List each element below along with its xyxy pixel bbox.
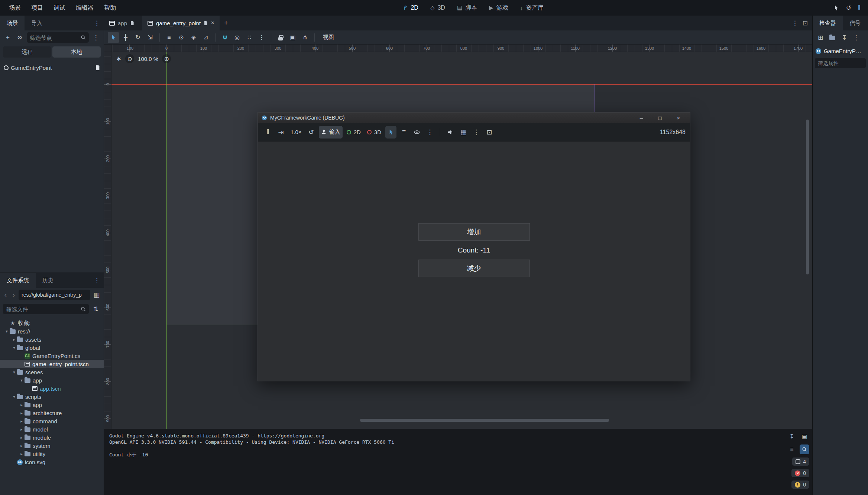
- scene-tab[interactable]: app: [104, 16, 142, 30]
- file-tree-item[interactable]: ▸ assets: [0, 335, 104, 343]
- workspace-tab[interactable]: ▶ 游戏: [483, 0, 514, 16]
- inspected-node-row[interactable]: GameEntryPoint: [813, 45, 868, 57]
- scene-node-row[interactable]: GameEntryPoint: [0, 62, 104, 73]
- zoom-level[interactable]: 100.0 %: [138, 56, 158, 62]
- script-icon[interactable]: [95, 65, 100, 71]
- expand-arrow-icon[interactable]: ▸: [19, 452, 25, 456]
- reset-time-scale-icon[interactable]: ↺: [306, 126, 317, 139]
- expand-arrow-icon[interactable]: ▸: [11, 337, 17, 342]
- menu-item[interactable]: 调试: [48, 0, 71, 16]
- expand-arrow-icon[interactable]: ▾: [11, 345, 17, 350]
- file-tree-item[interactable]: game_entry_point.tscn: [0, 360, 104, 368]
- workspace-tab[interactable]: ↱ 2D: [397, 0, 424, 16]
- pivot-tool-icon[interactable]: ⊙: [176, 32, 187, 43]
- zoom-in-icon[interactable]: ⊕: [162, 54, 171, 63]
- decrease-button[interactable]: 减少: [418, 260, 530, 277]
- menu-item[interactable]: 帮助: [99, 0, 121, 16]
- lock-selected-icon[interactable]: [275, 32, 286, 43]
- expand-arrow-icon[interactable]: ▾: [4, 329, 10, 334]
- filter-properties-input[interactable]: [818, 60, 863, 66]
- file-tree-item[interactable]: app.tscn: [0, 384, 104, 393]
- file-tree-item[interactable]: ▾ global: [0, 343, 104, 352]
- move-tool-icon[interactable]: ╋: [120, 32, 131, 43]
- expand-arrow-icon[interactable]: ▾: [11, 370, 17, 375]
- horizontal-ruler[interactable]: -100010020030040050060070080090010001100…: [111, 45, 812, 52]
- increase-button[interactable]: 增加: [418, 223, 530, 241]
- fullscreen-icon[interactable]: ⊡: [484, 126, 495, 139]
- snap-options-icon[interactable]: ⋮: [256, 32, 267, 43]
- audio-mute-icon[interactable]: [445, 126, 456, 139]
- file-tree-item[interactable]: GameEntryPoint.cs: [0, 352, 104, 360]
- scene-tree-menu-icon[interactable]: ⋮: [91, 33, 101, 42]
- resource-options-icon[interactable]: ⋮: [851, 33, 861, 42]
- filter-nodes-input[interactable]: [30, 35, 78, 41]
- expand-arrow-icon[interactable]: ▾: [19, 378, 25, 383]
- message-count-badge[interactable]: 4: [792, 457, 809, 466]
- workspace-tab[interactable]: ↓ 资产库: [514, 0, 550, 16]
- file-tree-item[interactable]: ▸ utility: [0, 450, 104, 458]
- close-tab-icon[interactable]: ×: [211, 19, 214, 27]
- suspend-icon[interactable]: ‖: [262, 126, 273, 139]
- sort-files-icon[interactable]: ⇅: [91, 304, 101, 314]
- vertical-ruler[interactable]: 0100200300400500600700800900: [104, 52, 111, 429]
- pan-tool-icon[interactable]: ◈: [188, 32, 199, 43]
- warning-count-badge[interactable]: ! 0: [791, 481, 809, 489]
- camera-options-icon[interactable]: ⋮: [424, 126, 435, 139]
- skeleton-options-icon[interactable]: ⋔: [299, 32, 311, 43]
- file-tree-item[interactable]: ▾ res://: [0, 327, 104, 335]
- dock-tab[interactable]: 信号: [843, 16, 867, 30]
- center-view-icon[interactable]: ∗: [116, 55, 122, 63]
- dock-tab[interactable]: 检查器: [813, 16, 843, 30]
- filter-log-icon[interactable]: ≡: [787, 444, 797, 454]
- more-options-icon[interactable]: ⋮: [471, 126, 482, 139]
- scale-tool-icon[interactable]: ⇲: [145, 32, 156, 43]
- save-log-icon[interactable]: ↧: [787, 432, 797, 441]
- vertical-scrollbar[interactable]: [806, 120, 809, 274]
- file-tree-item[interactable]: ▾ scripts: [0, 393, 104, 401]
- pointer-icon[interactable]: [833, 5, 839, 11]
- file-tree-item[interactable]: icon.svg: [0, 458, 104, 466]
- ruler-tool-icon[interactable]: ⊿: [200, 32, 211, 43]
- file-tree-item[interactable]: ▸ app: [0, 401, 104, 409]
- history-forward-icon[interactable]: ›: [10, 291, 17, 299]
- workspace-tab[interactable]: ▤ 脚本: [451, 0, 483, 16]
- input-mode-button[interactable]: 输入: [319, 126, 343, 139]
- current-path-input[interactable]: [22, 292, 87, 298]
- dock-menu-icon[interactable]: ⋮: [90, 16, 104, 30]
- grid-snap-icon[interactable]: ∷: [244, 32, 255, 43]
- scene-tab[interactable]: game_entry_point ×: [142, 16, 220, 30]
- workspace-tab[interactable]: ◇ 3D: [424, 0, 451, 16]
- save-resource-icon[interactable]: ↧: [839, 33, 849, 42]
- dock-tab[interactable]: 文件系统: [0, 273, 36, 288]
- tab-list-icon[interactable]: ⋮: [792, 19, 798, 27]
- expand-arrow-icon[interactable]: ▸: [19, 427, 25, 432]
- smart-snap-icon[interactable]: [219, 32, 230, 43]
- visibility-icon[interactable]: [411, 126, 422, 139]
- file-tree-item[interactable]: 收藏:: [0, 319, 104, 327]
- history-back-icon[interactable]: ‹: [2, 291, 9, 299]
- file-tree-item[interactable]: ▸ system: [0, 442, 104, 450]
- menu-item[interactable]: 编辑器: [71, 0, 99, 16]
- copy-log-icon[interactable]: ▣: [800, 432, 809, 441]
- mode-3d-button[interactable]: 3D: [365, 126, 383, 139]
- group-selected-icon[interactable]: ▣: [287, 32, 298, 43]
- expand-arrow-icon[interactable]: ▾: [11, 394, 17, 399]
- file-tree-item[interactable]: ▸ architecture: [0, 409, 104, 417]
- file-tree-item[interactable]: ▾ scenes: [0, 368, 104, 376]
- expand-arrow-icon[interactable]: ▸: [19, 403, 25, 407]
- local-tab[interactable]: 本地: [52, 46, 101, 58]
- minimize-button[interactable]: –: [634, 113, 649, 123]
- view-menu-button[interactable]: 视图: [318, 34, 339, 41]
- viewport-canvas[interactable]: ∗ ⊖ 100.0 % ⊕ MyGFrameworkGame (DEBUG) –…: [111, 52, 812, 429]
- select-mode-icon[interactable]: [385, 126, 396, 139]
- pause-icon[interactable]: ‖: [858, 4, 861, 12]
- toggle-split-mode-icon[interactable]: ▦: [92, 290, 101, 300]
- zoom-out-icon[interactable]: ⊖: [125, 54, 134, 63]
- node-list-icon[interactable]: ≡: [398, 126, 409, 139]
- expand-arrow-icon[interactable]: ▸: [19, 411, 25, 416]
- load-resource-icon[interactable]: [827, 33, 837, 42]
- menu-item[interactable]: 场景: [4, 0, 26, 16]
- dock-tab[interactable]: 历史: [36, 273, 60, 288]
- instance-scene-icon[interactable]: ∞: [15, 33, 25, 42]
- expand-arrow-icon[interactable]: ▸: [19, 435, 25, 440]
